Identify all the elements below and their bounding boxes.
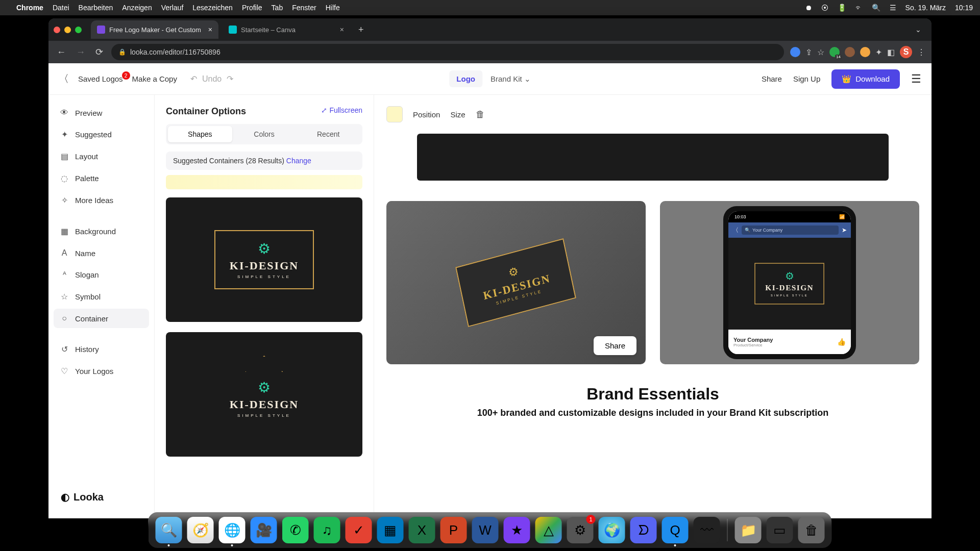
menubar-time[interactable]: 10:19	[955, 4, 973, 12]
size-button[interactable]: Size	[450, 110, 465, 119]
dock-word[interactable]: W	[472, 517, 499, 543]
mockup-phone[interactable]: 10:03 📶 〈 🔍Your Company ➤	[660, 201, 919, 364]
menu-hilfe[interactable]: Hilfe	[326, 4, 340, 12]
menu-datei[interactable]: Datei	[53, 4, 69, 12]
position-button[interactable]: Position	[413, 110, 440, 119]
dock-zoom[interactable]: 🎥	[251, 517, 277, 543]
download-button[interactable]: 👑 Download	[831, 69, 900, 89]
stop-icon[interactable]: ⦿	[821, 4, 828, 12]
make-copy-button[interactable]: Make a Copy	[132, 74, 177, 83]
nav-name[interactable]: AName	[54, 243, 149, 263]
extension-orange-icon[interactable]	[860, 47, 870, 57]
mode-logo-tab[interactable]: Logo	[449, 70, 482, 87]
extension-green-icon[interactable]	[829, 47, 840, 57]
mockup-share-button[interactable]: Share	[594, 336, 636, 355]
dock-powerpoint[interactable]: P	[440, 517, 467, 543]
change-link[interactable]: Change	[286, 157, 311, 165]
dock-folder[interactable]: 📁	[735, 517, 762, 543]
mode-brandkit-tab[interactable]: Brand Kit ⌄	[491, 74, 531, 84]
nav-more-ideas[interactable]: ✧More Ideas	[54, 190, 149, 210]
nav-suggested[interactable]: ✦Suggested	[54, 124, 149, 144]
nav-palette[interactable]: ◌Palette	[54, 168, 149, 188]
dock-quicktime[interactable]: Q	[662, 517, 689, 543]
tab-recent[interactable]: Recent	[296, 126, 360, 142]
nav-symbol[interactable]: ☆Symbol	[54, 287, 149, 307]
dock-trello[interactable]: ▦	[377, 517, 404, 543]
hamburger-menu-icon[interactable]: ☰	[911, 72, 921, 86]
dock-drive[interactable]: △	[535, 517, 562, 543]
menu-anzeigen[interactable]: Anzeigen	[122, 4, 152, 12]
share-button[interactable]: Share	[762, 74, 782, 83]
control-center-icon[interactable]: ☰	[890, 4, 896, 12]
close-tab-icon[interactable]: ×	[340, 26, 344, 34]
nav-history[interactable]: ↺History	[54, 339, 149, 359]
nav-layout[interactable]: ▤Layout	[54, 146, 149, 166]
search-icon[interactable]: 🔍	[872, 4, 880, 12]
saved-logos-link[interactable]: Saved Logos 2	[78, 74, 123, 83]
dock-whatsapp[interactable]: ✆	[282, 517, 309, 543]
container-variant-diamond[interactable]: ⚙ KI-DESIGN SIMPLE STYLE	[166, 332, 362, 457]
logo-canvas[interactable]	[417, 134, 889, 181]
nav-container[interactable]: ○Container	[54, 309, 149, 328]
close-window-button[interactable]	[54, 27, 60, 33]
dock-safari[interactable]: 🧭	[187, 517, 214, 543]
dock-trash[interactable]: 🗑	[798, 517, 825, 543]
signup-button[interactable]: Sign Up	[793, 74, 820, 83]
menubar-date[interactable]: So. 19. März	[905, 4, 946, 12]
selected-container-strip[interactable]	[166, 175, 362, 189]
nav-slogan[interactable]: ᴬSlogan	[54, 265, 149, 285]
wifi-icon[interactable]: ᯤ	[855, 4, 863, 12]
new-tab-button[interactable]: +	[354, 24, 368, 35]
tab-active[interactable]: Free Logo Maker - Get Custom ×	[91, 20, 218, 39]
kebab-menu-icon[interactable]: ⋮	[917, 47, 925, 57]
nav-your-logos[interactable]: ♡Your Logos	[54, 361, 149, 381]
tab-inactive[interactable]: Startseite – Canva ×	[223, 20, 350, 39]
bookmark-star-icon[interactable]: ☆	[817, 47, 824, 57]
minimize-window-button[interactable]	[64, 27, 71, 33]
dock-imovie[interactable]: ★	[504, 517, 530, 543]
battery-icon[interactable]: 🔋	[838, 4, 846, 12]
menu-lesezeichen[interactable]: Lesezeichen	[192, 4, 233, 12]
maximize-window-button[interactable]	[75, 27, 82, 33]
color-swatch[interactable]	[386, 106, 403, 122]
dock-settings[interactable]: ⚙1	[567, 517, 594, 543]
dock-todoist[interactable]: ✓	[346, 517, 372, 543]
nav-preview[interactable]: 👁Preview	[54, 103, 149, 122]
redo-icon[interactable]: ↷	[227, 74, 233, 84]
extension-brown-icon[interactable]	[845, 47, 855, 57]
dock-finder[interactable]: 🔍	[156, 517, 182, 543]
tab-shapes[interactable]: Shapes	[168, 126, 232, 142]
sidepanel-icon[interactable]: ◧	[887, 47, 895, 57]
nav-background[interactable]: ▦Background	[54, 221, 149, 241]
dock-excel[interactable]: X	[409, 517, 435, 543]
record-icon[interactable]: ⏺	[805, 4, 812, 12]
dock-chrome[interactable]: 🌐	[219, 517, 246, 543]
profile-avatar[interactable]: S	[900, 46, 912, 58]
dock-audio[interactable]: 〰	[694, 517, 720, 543]
menubar-app[interactable]: Chrome	[16, 4, 43, 12]
extensions-puzzle-icon[interactable]: ✦	[875, 47, 882, 57]
menu-verlauf[interactable]: Verlauf	[161, 4, 184, 12]
container-variant-rect[interactable]: ⚙ KI-DESIGN SIMPLE STYLE	[166, 197, 362, 322]
menu-profile[interactable]: Profile	[242, 4, 262, 12]
close-tab-icon[interactable]: ×	[208, 26, 212, 34]
tab-colors[interactable]: Colors	[232, 126, 297, 142]
menu-bearbeiten[interactable]: Bearbeiten	[79, 4, 113, 12]
dock-recent[interactable]: ▭	[767, 517, 793, 543]
fullscreen-button[interactable]: ⤢Fullscreen	[321, 106, 362, 114]
app-back-button[interactable]: 〈	[59, 72, 69, 86]
share-page-icon[interactable]: ⇪	[805, 47, 812, 57]
menu-tab[interactable]: Tab	[272, 4, 283, 12]
forward-button[interactable]: →	[74, 45, 87, 60]
menu-fenster[interactable]: Fenster	[292, 4, 316, 12]
undo-icon[interactable]: ↶	[190, 74, 197, 84]
back-button[interactable]: ←	[55, 45, 68, 60]
translate-icon[interactable]	[790, 47, 800, 57]
tabs-dropdown-icon[interactable]: ⌄	[910, 26, 926, 34]
dock-discord[interactable]: ᗤ	[630, 517, 657, 543]
dock-globe[interactable]: 🌍	[599, 517, 625, 543]
mockup-business-card[interactable]: ⚙ KI-DESIGN SIMPLE STYLE Share	[386, 201, 646, 364]
reload-button[interactable]: ⟳	[93, 44, 105, 60]
dock-spotify[interactable]: ♫	[314, 517, 340, 543]
delete-icon[interactable]: 🗑	[476, 109, 485, 120]
